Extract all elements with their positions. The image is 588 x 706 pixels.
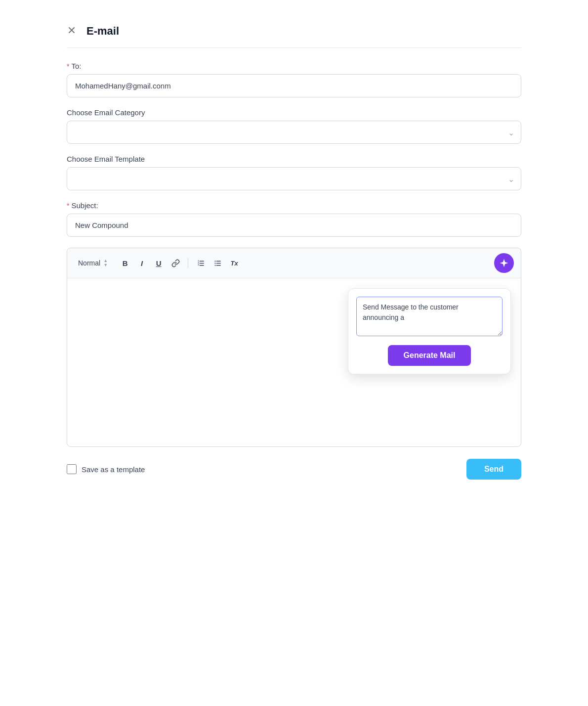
save-template-checkbox[interactable] [67,464,77,474]
email-template-wrapper: ⌄ [67,167,521,190]
underline-button[interactable]: U [151,256,166,270]
subject-section: * Subject: [67,201,521,237]
bold-button[interactable]: B [118,256,132,270]
save-template-label: Save as a template [82,465,145,474]
email-template-section: Choose Email Template ⌄ [67,155,521,190]
generate-mail-button[interactable]: Generate Mail [388,345,471,366]
toolbar-separator-1 [188,258,188,268]
format-arrows: ▲ ▼ [103,259,108,267]
close-icon[interactable] [67,25,79,37]
ordered-list-button[interactable]: 1 2 3 [193,256,208,270]
italic-button[interactable]: I [134,256,149,270]
editor-section: Normal ▲ ▼ B I U [67,248,521,447]
email-category-label: Choose Email Category [67,108,521,117]
format-select[interactable]: Normal ▲ ▼ [74,257,112,269]
footer-section: Save as a template Send [67,459,521,480]
editor-toolbar: Normal ▲ ▼ B I U [67,248,521,278]
subject-input[interactable] [67,214,521,237]
modal-header: E-mail [67,25,521,48]
email-template-label: Choose Email Template [67,155,521,163]
email-modal: E-mail * To: Choose Email Category ⌄ Cho… [47,10,541,499]
save-template-wrapper[interactable]: Save as a template [67,464,145,474]
subject-label: * Subject: [67,201,521,210]
editor-container: Normal ▲ ▼ B I U [67,248,521,447]
editor-body[interactable]: Send Message to the customer announcing … [67,278,521,446]
svg-text:3: 3 [198,264,199,266]
svg-point-11 [214,265,215,265]
unordered-list-button[interactable] [210,256,225,270]
svg-point-10 [214,263,215,264]
email-template-select[interactable] [67,167,521,190]
to-label: * To: [67,62,521,70]
svg-point-9 [214,261,215,262]
to-required-star: * [67,62,69,70]
format-label: Normal [78,259,100,267]
send-button[interactable]: Send [466,459,521,480]
to-section: * To: [67,62,521,97]
ai-assist-button[interactable] [494,253,514,273]
ai-prompt-textarea[interactable]: Send Message to the customer announcing … [356,297,503,336]
link-button[interactable] [168,256,183,270]
modal-title: E-mail [86,25,119,38]
email-category-wrapper: ⌄ [67,121,521,144]
subject-required-star: * [67,202,69,210]
ai-popup: Send Message to the customer announcing … [348,288,511,374]
email-category-select[interactable] [67,121,521,144]
clear-format-button[interactable]: Tx [227,256,242,270]
email-category-section: Choose Email Category ⌄ [67,108,521,144]
to-input[interactable] [67,74,521,97]
